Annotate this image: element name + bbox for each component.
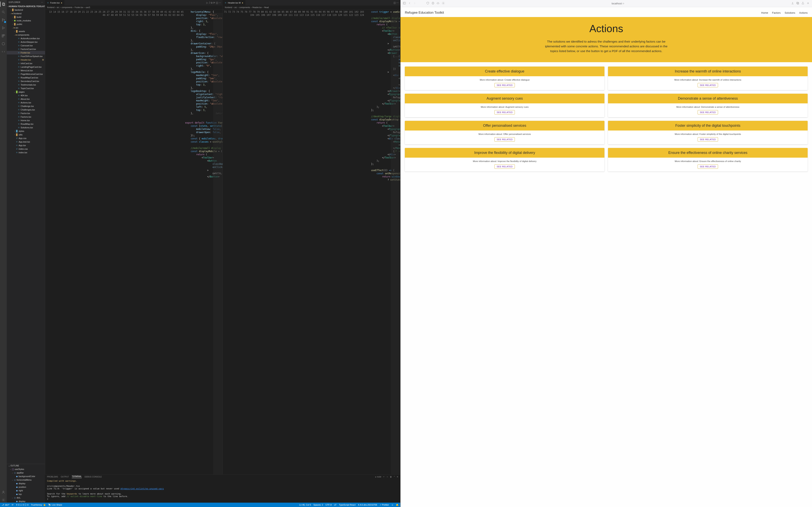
- tree-item[interactable]: ⚛InfoCard.tsx: [7, 62, 45, 65]
- sidebar-toggle-icon[interactable]: [403, 2, 406, 5]
- see-related-button[interactable]: SEE RELATED: [698, 83, 718, 87]
- nav-link[interactable]: Solutions: [784, 11, 795, 14]
- status-version[interactable]: 4.4.0-dev.20210706: [358, 504, 377, 506]
- half-icon[interactable]: [432, 2, 435, 5]
- editor-actions[interactable]: ▷ ⤴ ⧉ ⟳ ◫ ⋯: [205, 0, 222, 6]
- tree-item[interactable]: ◆top: [7, 492, 45, 496]
- tree-item[interactable]: ⚛Factors.tsx: [7, 115, 45, 119]
- account-icon[interactable]: [0, 490, 7, 495]
- download-icon[interactable]: [791, 2, 794, 5]
- breadcrumb-left[interactable]: frontend › src › components › Footer.tsx…: [45, 6, 222, 9]
- tree-item[interactable]: ⚛Solutions.tsx: [7, 126, 45, 129]
- tree-item[interactable]: ◆right: [7, 489, 45, 492]
- project-root[interactable]: ⌄HUMAN-TOUCH-SERVICE-TOOLKIT: [7, 5, 45, 8]
- tab-footer[interactable]: ⚛Footer.tsx●: [45, 0, 64, 6]
- status-liveshare[interactable]: 📡 Live Share: [48, 504, 62, 506]
- gear-icon[interactable]: [0, 498, 7, 503]
- see-related-button[interactable]: SEE RELATED: [698, 110, 718, 114]
- status-user[interactable]: TrueHeresy 👋: [31, 504, 46, 506]
- tree-item[interactable]: ⚛Challenge.tsx: [7, 104, 45, 108]
- see-related-button[interactable]: SEE RELATED: [495, 83, 515, 87]
- brand[interactable]: Refugee Education Toolkit: [405, 11, 444, 15]
- tree-item[interactable]: #index.css: [7, 147, 45, 151]
- tree-item[interactable]: ⌄[ ]useStyles: [7, 467, 45, 471]
- term-add-icon[interactable]: ＋: [383, 475, 385, 478]
- tree-item[interactable]: ⚛Carousel.tsx: [7, 44, 45, 47]
- status-prettier[interactable]: ✓ Prettier: [379, 504, 389, 506]
- explorer-icon[interactable]: [0, 2, 7, 7]
- tree-item[interactable]: ⚛About.tsx: [7, 97, 45, 101]
- tree-item[interactable]: ⚛SecondaryCard.tsx: [7, 79, 45, 83]
- tree-item[interactable]: ◆display: [7, 482, 45, 485]
- tree-item[interactable]: ⚛Challenges.tsx: [7, 108, 45, 112]
- nav-link[interactable]: Factors: [772, 11, 781, 14]
- tree-item[interactable]: #App.css: [7, 136, 45, 140]
- term-tab[interactable]: PROBLEMS: [47, 476, 58, 478]
- nav-link[interactable]: Home: [761, 11, 768, 14]
- tree-item[interactable]: ⚛Testimonials.tsx: [7, 83, 45, 87]
- share-icon[interactable]: [801, 2, 805, 5]
- term-trash-icon[interactable]: 🗑: [390, 476, 392, 478]
- forward-icon[interactable]: [413, 2, 416, 5]
- status-errors[interactable]: ✕ 0 ⚠ 0 ⓘ 0: [16, 503, 29, 506]
- see-related-button[interactable]: SEE RELATED: [495, 164, 515, 169]
- status-sync[interactable]: ⟳: [12, 504, 13, 506]
- tree-item[interactable]: ⌄▉pages: [7, 90, 45, 94]
- tree-item[interactable]: ⚛Home.tsx: [7, 119, 45, 122]
- tree-item[interactable]: ⚛ActionAccordian.tsx: [7, 37, 45, 40]
- status-branch[interactable]: ⎇ dev*: [2, 504, 9, 506]
- tree-item[interactable]: ⚛Header.tsxM: [7, 58, 45, 62]
- see-related-button[interactable]: SEE RELATED: [698, 137, 718, 142]
- status-position[interactable]: Ln 46, Col 5: [299, 504, 311, 506]
- scm-icon[interactable]: 2: [0, 17, 7, 22]
- tree-item[interactable]: ⚛RoadMap.tsx: [7, 122, 45, 126]
- webpage[interactable]: Refugee Education Toolkit HomeFactorsSol…: [400, 7, 812, 507]
- breadcrumb-right[interactable]: frontend › src › components › Header.tsx…: [223, 6, 400, 9]
- tab-header[interactable]: ⚛Header.tsx M●: [222, 0, 245, 6]
- newtab-icon[interactable]: [806, 2, 810, 5]
- status-spaces[interactable]: Spaces: 2: [313, 504, 323, 506]
- term-max-icon[interactable]: ⌃: [394, 476, 395, 478]
- tree-item[interactable]: ⚛RoadMapCard.tsx: [7, 76, 45, 79]
- minimap[interactable]: [213, 13, 222, 474]
- status-lang[interactable]: TypeScript React: [339, 504, 356, 506]
- file-tree[interactable]: ›▉backend⌄● frontend›▉build›⬢node_module…: [7, 8, 45, 464]
- tree-item[interactable]: ⚛TopicCard.tsx: [7, 87, 45, 90]
- minimap[interactable]: [391, 13, 400, 474]
- tree-item[interactable]: ⚛FourOhFourSplash.tsx: [7, 54, 45, 58]
- see-related-button[interactable]: SEE RELATED: [495, 110, 515, 114]
- status-bell[interactable]: 🔔: [396, 504, 399, 506]
- term-tab[interactable]: DEBUG CONSOLE: [85, 476, 102, 478]
- status-encoding[interactable]: UTF-8: [325, 504, 332, 506]
- term-close-icon[interactable]: ✕: [397, 476, 398, 478]
- tree-item[interactable]: ⌄● components: [7, 33, 45, 37]
- see-related-button[interactable]: SEE RELATED: [698, 164, 718, 169]
- tree-item[interactable]: ⚛LandingPageCard.tsx: [7, 65, 45, 69]
- tree-item[interactable]: ⌄◇divL: [7, 496, 45, 500]
- extensions-icon[interactable]: [0, 33, 7, 39]
- tree-item[interactable]: ⚛ActionStepper.tsx: [7, 40, 45, 44]
- tree-item[interactable]: ›⬢node_modules: [7, 19, 45, 22]
- see-related-button[interactable]: SEE RELATED: [495, 137, 515, 142]
- tree-item[interactable]: ⚛FactorsCard.tsx: [7, 47, 45, 51]
- more-icon[interactable]: ···: [41, 1, 43, 3]
- tree-item[interactable]: ⚛index.tsx: [7, 151, 45, 154]
- tree-item[interactable]: ⚛MenuList.tsx: [7, 69, 45, 72]
- copy-icon[interactable]: [796, 2, 799, 5]
- tree-item[interactable]: ⚛App.tsx: [7, 144, 45, 147]
- term-tab-terminal[interactable]: TERMINAL: [72, 475, 82, 478]
- outline-tree[interactable]: ⌄[ ]useStyles⌄◇appBar◆backgroundColor⌄◇h…: [7, 467, 45, 507]
- editor-actions-2[interactable]: ◫ ⋯: [392, 0, 400, 6]
- tree-item[interactable]: ⚛Footer.tsx: [7, 51, 45, 54]
- term-shell[interactable]: ▸ node: [375, 476, 381, 478]
- tree-item[interactable]: ⌄◇horizontalMenu: [7, 478, 45, 482]
- tree-item[interactable]: ⚛Factor.tsx: [7, 112, 45, 115]
- tree-item[interactable]: ⚛App.test.tsx: [7, 140, 45, 144]
- back-icon[interactable]: [408, 2, 411, 5]
- search-icon[interactable]: [0, 9, 7, 15]
- remote-icon[interactable]: [0, 49, 7, 54]
- tree-item[interactable]: ◆backgroundColor: [7, 474, 45, 478]
- tree-item[interactable]: ⚛PageWelcomeCard.tsx: [7, 72, 45, 76]
- tree-item[interactable]: ›▉build: [7, 15, 45, 19]
- status-feedback[interactable]: ☺: [391, 504, 394, 506]
